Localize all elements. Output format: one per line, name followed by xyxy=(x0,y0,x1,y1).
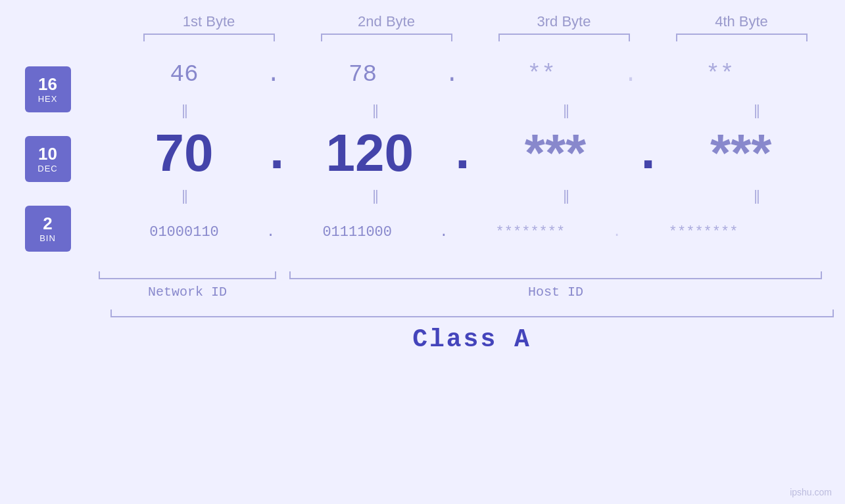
byte-header-4: 4th Byte xyxy=(653,13,831,30)
bracket-line-2 xyxy=(321,34,452,41)
byte-header-1: 1st Byte xyxy=(120,13,298,30)
class-label: Class A xyxy=(412,325,531,354)
bracket-cell-4 xyxy=(653,34,831,41)
dec-val-1: 70 xyxy=(155,123,214,183)
bin-badge: 2 BIN xyxy=(25,206,71,252)
eq-sign-3a: || xyxy=(563,102,567,119)
hex-byte-2: 78 xyxy=(274,61,452,88)
badges-column: 16 HEX 10 DEC 2 BIN xyxy=(0,48,95,270)
eq-sign-4a: || xyxy=(754,102,758,119)
bin-badge-num: 2 xyxy=(43,214,52,233)
bin-row: 01000110 . 01111000 . ******** . *******… xyxy=(95,206,845,258)
bracket-cell-1 xyxy=(120,34,298,41)
eq-sign-1a: || xyxy=(181,102,186,119)
class-section: Class A xyxy=(0,309,845,354)
dec-byte-2: 120 xyxy=(281,123,458,183)
label-gap xyxy=(276,285,289,300)
bracket-line-3 xyxy=(498,34,630,41)
dec-val-3: *** xyxy=(525,123,586,183)
content-area: 16 HEX 10 DEC 2 BIN 46 . 78 xyxy=(0,48,845,270)
id-labels-row: Network ID Host ID xyxy=(0,285,845,300)
dec-badge-num: 10 xyxy=(38,145,57,164)
network-bracket xyxy=(99,271,276,279)
dec-badge: 10 DEC xyxy=(25,136,71,182)
bracket-line-1 xyxy=(143,34,275,41)
bracket-cell-3 xyxy=(475,34,653,41)
bracket-line-4 xyxy=(676,34,808,41)
rows-area: 46 . 78 . ** . ** || xyxy=(95,48,845,270)
watermark: ipshu.com xyxy=(790,487,832,497)
byte-header-2: 2nd Byte xyxy=(298,13,475,30)
dec-byte-1: 70 xyxy=(95,123,273,183)
hex-row: 46 . 78 . ** . ** xyxy=(95,48,845,101)
dec-val-4: *** xyxy=(710,123,771,183)
main-container: 1st Byte 2nd Byte 3rd Byte 4th Byte 16 H… xyxy=(0,0,845,504)
eq-cell-2b: || xyxy=(286,187,464,204)
bin-val-4: ******** xyxy=(669,224,738,241)
bin-badge-label: BIN xyxy=(39,233,56,243)
hex-val-2: 78 xyxy=(349,61,377,88)
dec-val-2: 120 xyxy=(326,123,413,183)
bin-val-1: 01000110 xyxy=(149,224,219,241)
bin-byte-3: ******** xyxy=(441,224,619,241)
dec-row: 70 . 120 . *** . *** xyxy=(95,120,845,186)
bin-byte-4: ******** xyxy=(615,224,792,241)
hex-badge-label: HEX xyxy=(38,94,58,104)
bracket-cell-2 xyxy=(298,34,475,41)
hex-byte-3: ** xyxy=(452,61,630,88)
bracket-gap-1 xyxy=(276,271,289,279)
hex-byte-1: 46 xyxy=(95,61,273,88)
bottom-brackets-row xyxy=(0,271,845,279)
eq-cell-1b: || xyxy=(95,187,273,204)
network-id-label: Network ID xyxy=(99,285,276,300)
equals-row-1: || || || || xyxy=(95,101,845,120)
bin-byte-2: 01111000 xyxy=(268,224,446,241)
eq-sign-4b: || xyxy=(754,187,758,204)
hex-byte-4: ** xyxy=(631,61,809,88)
eq-sign-3b: || xyxy=(563,187,567,204)
eq-sign-2b: || xyxy=(372,187,377,204)
eq-cell-3b: || xyxy=(477,187,654,204)
dec-byte-3: *** xyxy=(466,123,644,183)
equals-row-2: || || || || xyxy=(95,186,845,206)
eq-sign-1b: || xyxy=(181,187,186,204)
hex-val-3: ** xyxy=(527,61,556,88)
host-bracket xyxy=(289,271,822,279)
eq-sign-2a: || xyxy=(372,102,377,119)
eq-cell-4b: || xyxy=(667,187,845,204)
bin-val-3: ******** xyxy=(496,224,566,241)
byte-headers: 1st Byte 2nd Byte 3rd Byte 4th Byte xyxy=(0,13,845,30)
class-bracket xyxy=(110,309,834,317)
hex-val-1: 46 xyxy=(170,61,198,88)
eq-cell-1a: || xyxy=(95,102,273,119)
byte-header-3: 3rd Byte xyxy=(475,13,653,30)
eq-cell-2a: || xyxy=(286,102,464,119)
eq-cell-3a: || xyxy=(477,102,654,119)
hex-badge-num: 16 xyxy=(38,75,57,94)
dec-badge-label: DEC xyxy=(37,164,57,173)
top-brackets xyxy=(0,34,845,41)
hex-badge: 16 HEX xyxy=(25,66,71,112)
eq-cell-4a: || xyxy=(667,102,845,119)
host-id-label: Host ID xyxy=(289,285,822,300)
dec-byte-4: *** xyxy=(652,123,830,183)
hex-val-4: ** xyxy=(706,61,734,88)
bin-val-2: 01111000 xyxy=(322,224,392,241)
bin-byte-1: 01000110 xyxy=(95,224,273,241)
